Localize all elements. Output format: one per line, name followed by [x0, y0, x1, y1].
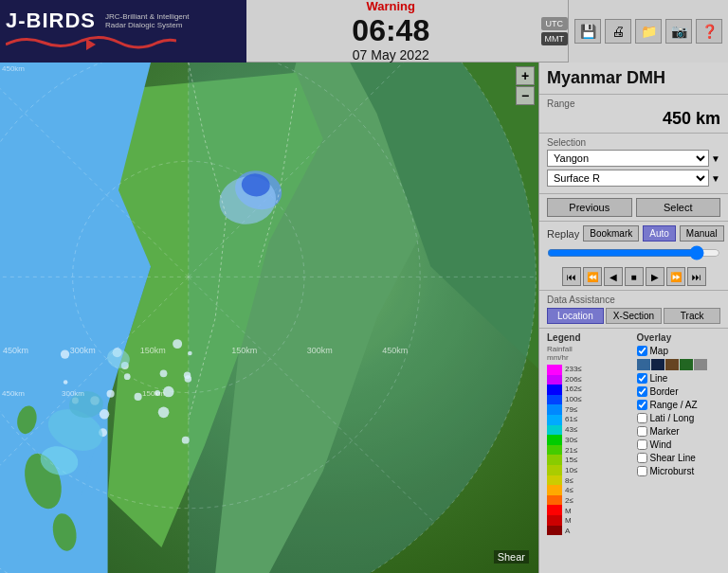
screenshot-button[interactable]: 📷 — [665, 19, 692, 44]
zoom-in-button[interactable]: + — [516, 66, 535, 85]
overlay-lati-label: Lati / Long — [650, 413, 695, 423]
logo-area: J-BIRDS JRC-Brilliant & Intelligent Rada… — [0, 0, 246, 63]
tab-location[interactable]: Location — [547, 308, 604, 324]
map-swatches — [637, 359, 721, 370]
legend-value: A — [565, 527, 582, 535]
legend-title: Legend — [547, 332, 631, 343]
legend-overlay-section: Legend Rainfall mm/hr — [539, 329, 728, 539]
stop-button[interactable]: ■ — [625, 267, 644, 286]
legend-value: 233≤ — [565, 365, 582, 373]
mmt-button[interactable]: MMT — [541, 32, 569, 45]
legend-value: 100≤ — [565, 395, 582, 403]
overlay-range-label: Range / AZ — [650, 400, 698, 410]
legend-value: 10≤ — [565, 466, 582, 475]
nav-buttons: Previous Select — [539, 194, 728, 222]
utc-mmt-toggle: UTC MMT — [541, 16, 569, 46]
overlay-map-item: Map — [637, 346, 721, 356]
overlay-wind-item: Wind — [637, 439, 721, 450]
legend-section: Legend Rainfall mm/hr — [547, 332, 631, 535]
bookmark-button[interactable]: Bookmark — [583, 225, 639, 242]
legend-value: 21≤ — [565, 446, 582, 455]
panel-header: Myanmar DMH — [539, 63, 728, 95]
tab-track[interactable]: Track — [664, 308, 720, 324]
overlay-range-checkbox[interactable] — [637, 400, 647, 410]
overlay-border-checkbox[interactable] — [637, 386, 647, 397]
overlay-title: Overlay — [637, 332, 721, 343]
skip-last-button[interactable]: ⏭ — [687, 267, 706, 286]
legend-value: 206≤ — [565, 375, 582, 384]
replay-slider-input[interactable] — [547, 245, 720, 260]
data-assistance-section: Data Assistance Location X-Section Track — [539, 291, 728, 329]
legend-value: 43≤ — [565, 425, 582, 434]
overlay-marker-checkbox[interactable] — [637, 426, 647, 437]
legend-value: M — [565, 516, 582, 525]
auto-button[interactable]: Auto — [643, 225, 676, 242]
radar-map — [0, 63, 538, 573]
save-button[interactable]: 💾 — [574, 19, 601, 44]
overlay-wind-label: Wind — [650, 439, 672, 450]
header: J-BIRDS JRC-Brilliant & Intelligent Rada… — [0, 0, 728, 63]
help-button[interactable]: ❓ — [696, 19, 722, 44]
legend-value: 8≤ — [565, 476, 582, 485]
overlay-shear-item: Shear Line — [637, 453, 721, 463]
swatch-2 — [651, 359, 664, 370]
overlay-microburst-checkbox[interactable] — [637, 466, 647, 476]
zoom-controls: + − — [516, 66, 535, 105]
overlay-line-checkbox[interactable] — [637, 373, 647, 384]
utc-button[interactable]: UTC — [541, 17, 569, 30]
logo-subtitle-1: JRC-Brilliant & Intelligent — [105, 12, 189, 21]
location-dropdown[interactable]: Yangon Mandalay Naypyidaw — [547, 150, 709, 167]
range-label-150: 150km — [142, 389, 165, 398]
legend-value: 61≤ — [565, 415, 582, 423]
skip-first-button[interactable]: ⏮ — [562, 267, 581, 286]
rewind-button[interactable]: ◀ — [604, 267, 623, 286]
time-display: 06:48 — [352, 15, 429, 45]
previous-button[interactable]: Previous — [547, 198, 632, 217]
overlay-marker-label: Marker — [650, 426, 680, 437]
play-button[interactable]: ▶ — [646, 267, 664, 286]
logo-subtitle-2: Radar Dialogic System — [105, 21, 189, 29]
range-label: Range — [547, 98, 720, 109]
overlay-line-item: Line — [637, 373, 721, 384]
selection-label: Selection — [547, 137, 720, 148]
time-area: Warning 06:48 07 May 2022 — [246, 0, 536, 66]
overlay-lati-checkbox[interactable] — [637, 413, 647, 423]
selection-section: Selection Yangon Mandalay Naypyidaw ▼ Su… — [539, 134, 728, 194]
forward-fast-button[interactable]: ⏩ — [666, 267, 685, 286]
right-panel: Myanmar DMH Range 450 km Selection Yango… — [538, 63, 728, 573]
overlay-wind-checkbox[interactable] — [637, 439, 647, 450]
manual-button[interactable]: Manual — [680, 225, 724, 242]
overlay-shear-checkbox[interactable] — [637, 453, 647, 463]
map-area[interactable]: + − 450km 300km 150km 450km Shear — [0, 63, 538, 573]
overlay-border-label: Border — [650, 386, 679, 397]
overlay-line-label: Line — [650, 373, 668, 384]
swatch-5 — [694, 359, 707, 370]
toolbar: 💾 🖨 📁 📷 ❓ — [568, 0, 728, 63]
folder-button[interactable]: 📁 — [635, 19, 662, 44]
overlay-map-checkbox[interactable] — [637, 346, 647, 356]
overlay-lati-item: Lati / Long — [637, 413, 721, 423]
product-dropdown[interactable]: Surface R Surface Z Wind — [547, 170, 709, 187]
replay-label: Replay — [547, 228, 579, 240]
overlay-border-item: Border — [637, 386, 721, 397]
print-button[interactable]: 🖨 — [605, 19, 631, 44]
select-button[interactable]: Select — [636, 198, 721, 217]
legend-value: M — [565, 507, 582, 515]
legend-value: 4≤ — [565, 486, 582, 494]
overlay-shear-label: Shear Line — [650, 453, 696, 463]
range-label-left-450: 450km — [2, 389, 25, 398]
swatch-1 — [637, 359, 650, 370]
station-name: Myanmar DMH — [547, 68, 665, 87]
legend-value: 2≤ — [565, 496, 582, 505]
legend-value: 162≤ — [565, 385, 582, 393]
overlay-section: Overlay Map — [637, 332, 721, 535]
shear-label: Shear — [494, 550, 529, 564]
logo-bird-icon — [6, 35, 176, 54]
rewind-fast-button[interactable]: ⏪ — [583, 267, 602, 286]
range-value: 450 km — [547, 109, 720, 129]
overlay-microburst-label: Microburst — [650, 466, 695, 476]
overlay-range-item: Range / AZ — [637, 400, 721, 410]
range-label-top-450: 450km — [2, 64, 25, 73]
zoom-out-button[interactable]: − — [516, 86, 535, 105]
tab-xsection[interactable]: X-Section — [606, 308, 663, 324]
